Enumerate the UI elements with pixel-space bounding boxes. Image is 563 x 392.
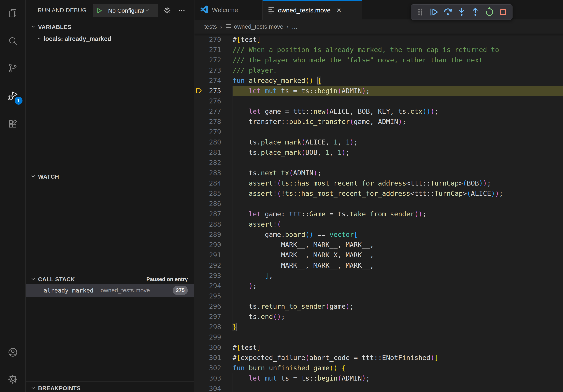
code-line[interactable]: 278 transfer::public_transfer(game, ADMI… xyxy=(194,117,563,127)
code-line[interactable]: 287 let game: ttt::Game = ts.take_from_s… xyxy=(194,209,563,219)
code-text[interactable]: ts.place_mark(ALICE, 1, 1); xyxy=(221,138,358,146)
line-number[interactable]: 304 xyxy=(194,384,221,392)
line-number[interactable]: 287 xyxy=(194,210,221,218)
code-line[interactable]: 270#[test] xyxy=(194,34,563,45)
code-line[interactable]: 303 let mut ts = ts::begin(ADMIN); xyxy=(194,373,563,383)
code-text[interactable]: MARK__, MARK__, MARK__, xyxy=(221,241,374,249)
code-line[interactable]: 300#[test] xyxy=(194,342,563,353)
settings-button[interactable] xyxy=(0,369,26,391)
code-text[interactable]: MARK__, MARK_X, MARK__, xyxy=(221,251,374,259)
code-line[interactable]: 304 xyxy=(194,383,563,392)
call-stack-section-header[interactable]: CALL STACK Paused on entry xyxy=(26,274,194,285)
line-number[interactable]: 291 xyxy=(194,251,221,259)
code-text[interactable]: transfer::public_transfer(game, ADMIN); xyxy=(221,118,406,126)
line-number[interactable]: 273 xyxy=(194,66,221,74)
code-line[interactable]: 292 MARK__, MARK__, MARK__, xyxy=(194,260,563,270)
sidebar-item-source-control[interactable] xyxy=(0,58,26,79)
line-number[interactable]: 283 xyxy=(194,169,221,177)
debug-settings-gear-button[interactable] xyxy=(161,4,173,17)
code-line[interactable]: 276 xyxy=(194,96,563,106)
code-text[interactable]: ts.next_tx(ADMIN); xyxy=(221,169,321,177)
code-line[interactable]: 274fun already_marked() { xyxy=(194,75,563,86)
code-line[interactable]: 281 ts.place_mark(BOB, 1, 1); xyxy=(194,147,563,157)
line-number[interactable]: 279 xyxy=(194,128,221,136)
code-editor[interactable]: 270#[test]271/// When a position is alre… xyxy=(194,34,563,392)
line-number[interactable]: 294 xyxy=(194,282,221,290)
line-number[interactable]: 286 xyxy=(194,200,221,208)
code-line[interactable]: 272/// the player who made the "false" m… xyxy=(194,55,563,65)
breadcrumb-item-symbol[interactable]: … xyxy=(292,23,298,30)
code-text[interactable]: ], xyxy=(221,272,273,279)
breakpoints-section-header[interactable]: BREAKPOINTS xyxy=(26,383,194,392)
code-text[interactable]: #[test] xyxy=(221,343,261,351)
code-text[interactable]: ts.place_mark(BOB, 1, 1); xyxy=(221,148,350,156)
line-number[interactable]: 280 xyxy=(194,138,221,146)
line-number[interactable]: 270 xyxy=(194,36,221,43)
code-text[interactable]: ); xyxy=(221,282,257,290)
breadcrumb-item-file[interactable]: owned_tests.move xyxy=(234,23,283,30)
line-number[interactable]: 282 xyxy=(194,159,221,167)
code-line[interactable]: 275 let mut ts = ts::begin(ADMIN); xyxy=(194,86,563,96)
line-number[interactable]: 271 xyxy=(194,46,221,54)
code-text[interactable]: #[expected_failure(abort_code = ttt::ENo… xyxy=(221,354,438,362)
line-number[interactable]: 301 xyxy=(194,354,221,362)
code-line[interactable]: 289 game.board() == vector[ xyxy=(194,229,563,240)
line-number[interactable]: 302 xyxy=(194,364,221,372)
code-line[interactable]: 282 xyxy=(194,157,563,168)
line-number[interactable]: 276 xyxy=(194,97,221,105)
code-line[interactable]: 277 let game = ttt::new(ALICE, BOB, KEY,… xyxy=(194,106,563,117)
account-button[interactable] xyxy=(0,342,26,364)
line-number[interactable]: 303 xyxy=(194,374,221,382)
line-number[interactable]: 298 xyxy=(194,323,221,331)
code-line[interactable]: 296 ts.return_to_sender(game); xyxy=(194,301,563,312)
code-line[interactable]: 286 xyxy=(194,198,563,209)
line-number[interactable]: 278 xyxy=(194,118,221,126)
sidebar-item-run-and-debug[interactable]: 1 xyxy=(0,86,26,107)
line-number[interactable]: 300 xyxy=(194,343,221,351)
sidebar-item-search[interactable] xyxy=(0,31,26,52)
code-line[interactable]: 273/// player. xyxy=(194,65,563,75)
code-line[interactable]: 284 assert!(ts::has_most_recent_for_addr… xyxy=(194,178,563,188)
code-text[interactable]: let game: ttt::Game = ts.take_from_sende… xyxy=(221,210,426,218)
code-text[interactable]: fun burn_unfinished_game() { xyxy=(221,364,345,372)
line-number[interactable]: 290 xyxy=(194,241,221,249)
close-icon[interactable]: ✕ xyxy=(336,7,342,14)
code-line[interactable]: 285 assert!(!ts::has_most_recent_for_add… xyxy=(194,188,563,198)
code-line[interactable]: 297 ts.end(); xyxy=(194,312,563,322)
line-number[interactable]: 272 xyxy=(194,56,221,64)
code-text[interactable]: let mut ts = ts::begin(ADMIN); xyxy=(221,374,370,382)
views-more-actions-button[interactable] xyxy=(175,4,188,17)
debug-config-dropdown[interactable]: No Configurations xyxy=(93,4,158,17)
line-number[interactable]: 274 xyxy=(194,77,221,84)
code-line[interactable]: 288 assert!( xyxy=(194,219,563,229)
line-number[interactable]: 281 xyxy=(194,148,221,156)
continue-button[interactable] xyxy=(428,6,440,18)
code-text[interactable]: assert!(ts::has_most_recent_for_address<… xyxy=(221,179,491,187)
code-text[interactable]: /// player. xyxy=(221,66,277,74)
line-number[interactable]: 289 xyxy=(194,231,221,238)
step-out-button[interactable] xyxy=(469,6,482,18)
code-text[interactable]: #[test] xyxy=(221,36,261,43)
code-text[interactable]: /// When a position is already marked, t… xyxy=(221,46,499,54)
code-line[interactable]: 299 xyxy=(194,332,563,342)
line-number[interactable]: 285 xyxy=(194,189,221,197)
code-line[interactable]: 290 MARK__, MARK__, MARK__, xyxy=(194,240,563,250)
step-into-button[interactable] xyxy=(456,6,468,18)
code-line[interactable]: 301#[expected_failure(abort_code = ttt::… xyxy=(194,353,563,363)
code-line[interactable]: 293 ], xyxy=(194,270,563,281)
breadcrumb-item-tests[interactable]: tests xyxy=(204,23,217,30)
code-text[interactable]: assert!( xyxy=(221,220,281,228)
line-number[interactable]: 292 xyxy=(194,261,221,269)
code-text[interactable]: /// the player who made the "false" move… xyxy=(221,56,483,64)
code-text[interactable]: } xyxy=(221,323,237,331)
sidebar-item-extensions[interactable] xyxy=(0,114,26,135)
toolbar-drag-handle[interactable] xyxy=(414,6,426,18)
code-text[interactable]: game.board() == vector[ xyxy=(221,231,358,238)
line-number[interactable]: 284 xyxy=(194,179,221,187)
tab-welcome[interactable]: Welcome xyxy=(194,0,263,20)
start-debugging-button[interactable] xyxy=(93,4,105,17)
code-line[interactable]: 283 ts.next_tx(ADMIN); xyxy=(194,168,563,178)
code-line[interactable]: 291 MARK__, MARK_X, MARK__, xyxy=(194,250,563,260)
tab-owned-tests-move[interactable]: owned_tests.move ✕ xyxy=(263,0,362,20)
code-text[interactable]: ts.end(); xyxy=(221,313,285,321)
